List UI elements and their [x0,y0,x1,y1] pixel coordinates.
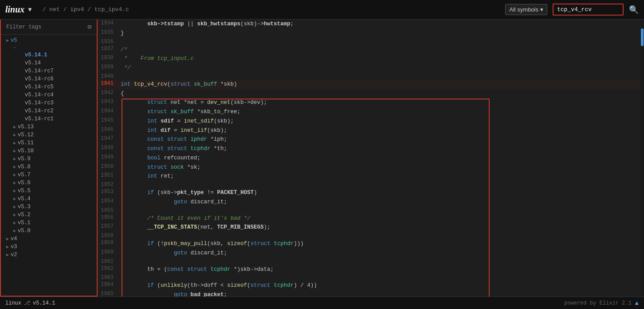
table-row: 1935 } [98,29,640,38]
search-button[interactable]: 🔍 [629,5,639,15]
sidebar-item-v5-12[interactable]: ▶ v5.12 [1,131,97,139]
sidebar-item-v5-14-group[interactable]: — [1,44,97,51]
sidebar-item-v5-11[interactable]: ▶ v5.11 [1,139,97,147]
table-row: 1965 goto bad_packet; [98,290,640,297]
sidebar-item-v5-6[interactable]: ▶ v5.6 [1,179,97,187]
table-row: 1950 struct sock *sk; [98,163,640,172]
chevron-down-icon: ▾ [540,6,543,13]
bottom-bar: linux ⎇ v5.14.1 powered by Elixir 2.1 ▲ [0,297,644,309]
table-row: 1943 struct net *net = dev_net(skb->dev)… [98,98,640,107]
sidebar-item-v5-13[interactable]: ▶ v5.13 [1,123,97,131]
table-row: 1964 if (unlikely(th->doff < sizeof(stru… [98,281,640,290]
table-row: 1944 struct sk_buff *skb_to_free; [98,107,640,117]
table-row: 1945 int sdif = inet_sdif(skb); [98,117,640,126]
table-row: 1962 th = (const struct tcphdr *)skb->da… [98,265,640,274]
scroll-to-top-button[interactable]: ▲ [635,300,639,307]
sidebar-item-v5-14-1[interactable]: v5.14.1 [1,51,97,59]
sidebar-item-v5-14-rc5[interactable]: v5.14-rc5 [1,83,97,91]
sidebar-item-v5-14[interactable]: v5.14 [1,59,97,67]
sidebar-item-v5-14-rc2[interactable]: v5.14-rc2 [1,107,97,115]
table-row: 1942 { [98,89,640,99]
table-row: 1953 if (skb->pkt_type != PACKET_HOST) [98,188,640,198]
filter-label: Filter tags [6,24,41,30]
toggle-v5-icon: ▶ [4,38,11,43]
tag-tree: ▶ v5 — v5.14.1 v5.14 v5.14-rc7 [1,35,97,296]
filter-bar: Filter tags ⊟ [1,20,97,35]
table-row: 1938 * From tcp_input.c [98,54,640,63]
breadcrumb: / net / ipv4 / tcp_ipv4.c [43,6,129,13]
bottom-right-area: powered by Elixir 2.1 ▲ [564,300,639,307]
table-row: 1961 [98,258,640,265]
sidebar-item-v5-14-rc4[interactable]: v5.14-rc4 [1,91,97,99]
search-input[interactable] [553,4,624,16]
powered-by: powered by Elixir 2.1 [564,300,631,306]
symbols-dropdown[interactable]: All symbols ▾ [505,4,547,15]
table-row: 1934 skb->tstamp || skb_hwtstamps(skb)->… [98,20,640,29]
sidebar-item-v4[interactable]: ▶ v4 [1,235,97,243]
repo-name[interactable]: linux [5,300,21,306]
table-row: 1940 [98,73,640,80]
sidebar-item-v5-10[interactable]: ▶ v5.10 [1,147,97,155]
header-right: All symbols ▾ 🔍 [505,4,639,16]
sidebar-item-v5-1[interactable]: ▶ v5.1 [1,219,97,227]
sidebar-item-v5-0[interactable]: ▶ v5.0 [1,227,97,235]
header-left: linux ▼ / net / ipv4 / tcp_ipv4.c [5,4,129,15]
sidebar-item-v5[interactable]: ▶ v5 [1,36,97,44]
logo-dropdown-icon[interactable]: ▼ [28,6,31,13]
table-row: 1937 /* [98,45,640,55]
git-branch-icon: ⎇ [24,300,30,306]
code-area[interactable]: 1934 skb->tstamp || skb_hwtstamps(skb)->… [98,20,640,297]
sidebar-item-v5-2[interactable]: ▶ v5.2 [1,211,97,219]
sidebar-item-v5-9[interactable]: ▶ v5.9 [1,155,97,163]
filter-icon[interactable]: ⊟ [88,23,91,31]
table-row: 1957 __TCP_INC_STATS(net, TCP_MIB_INSEGS… [98,223,640,232]
sidebar-item-v3[interactable]: ▶ v3 [1,243,97,251]
table-row: 1936 [98,38,640,45]
sidebar-item-v5-14-rc7[interactable]: v5.14-rc7 [1,67,97,75]
table-row: 1952 [98,181,640,188]
table-row: 1948 const struct tcphdr *th; [98,144,640,154]
sidebar-item-v5-8[interactable]: ▶ v5.8 [1,163,97,171]
sidebar-item-v5-14-rc3[interactable]: v5.14-rc3 [1,99,97,107]
table-row: 1958 [98,232,640,239]
sidebar-item-v2[interactable]: ▶ v2 [1,251,97,259]
table-row: 1946 int dif = inet_iif(skb); [98,126,640,135]
table-row: 1947 const struct iphdr *iph; [98,135,640,144]
sidebar-item-v5-14-rc6[interactable]: v5.14-rc6 [1,75,97,83]
toggle-v514-icon: — [12,45,18,50]
logo[interactable]: linux [5,4,24,15]
table-row: 1939 */ [98,63,640,73]
scroll-thumb [641,28,644,46]
sidebar-item-v5-14-rc1[interactable]: v5.14-rc1 [1,115,97,123]
table-row: 1951 int ret; [98,172,640,181]
git-branch[interactable]: v5.14.1 [33,300,55,306]
header: linux ▼ / net / ipv4 / tcp_ipv4.c All sy… [0,0,644,20]
code-table: 1934 skb->tstamp || skb_hwtstamps(skb)->… [98,20,640,297]
scrollbar[interactable] [640,20,644,297]
table-row: 1960 goto discard_it; [98,249,640,258]
table-row: 1955 [98,207,640,214]
table-row: 1941 int tcp_v4_rcv(struct sk_buff *skb) [98,80,640,89]
sidebar-item-v5-4[interactable]: ▶ v5.4 [1,195,97,203]
table-row: 1963 [98,274,640,281]
table-row: 1954 goto discard_it; [98,198,640,207]
table-row: 1959 if (!pskb_may_pull(skb, sizeof(stru… [98,239,640,249]
sidebar-item-v5-5[interactable]: ▶ v5.5 [1,187,97,195]
main-area: Filter tags ⊟ ▶ v5 — v5.14.1 v5.14 [0,20,644,297]
bottom-status: linux ⎇ v5.14.1 [5,300,55,306]
sidebar: Filter tags ⊟ ▶ v5 — v5.14.1 v5.14 [0,20,98,297]
sidebar-item-v5-7[interactable]: ▶ v5.7 [1,171,97,179]
table-row: 1956 /* Count it even if it's bad */ [98,214,640,223]
sidebar-item-v5-3[interactable]: ▶ v5.3 [1,203,97,211]
table-row: 1949 bool refcounted; [98,154,640,163]
